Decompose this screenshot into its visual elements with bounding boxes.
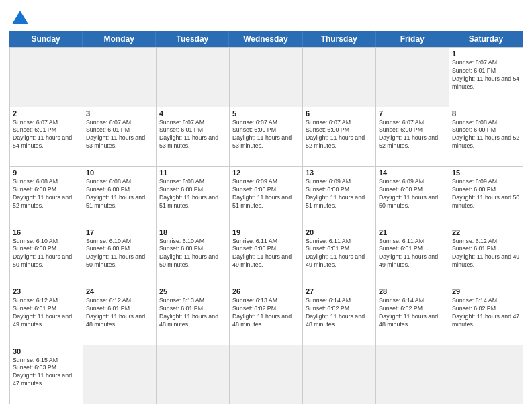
day-number: 15 [452,169,520,177]
day-number: 24 [86,287,153,295]
day-number: 9 [13,169,80,177]
cell-info: Sunrise: 6:15 AMSunset: 6:03 PMDaylight:… [13,357,80,389]
calendar-cell: 19Sunrise: 6:11 AMSunset: 6:00 PMDayligh… [230,226,303,285]
day-number: 23 [13,287,80,295]
calendar-cell: 22Sunrise: 6:12 AMSunset: 6:01 PMDayligh… [449,226,523,285]
calendar-row: 30Sunrise: 6:15 AMSunset: 6:03 PMDayligh… [10,345,523,404]
calendar-cell: 14Sunrise: 6:09 AMSunset: 6:00 PMDayligh… [376,167,449,226]
calendar-cell: 20Sunrise: 6:11 AMSunset: 6:01 PMDayligh… [303,226,376,285]
day-number: 29 [452,287,520,295]
calendar-body: 1Sunrise: 6:07 AMSunset: 6:01 PMDaylight… [9,47,523,404]
cell-info: Sunrise: 6:11 AMSunset: 6:01 PMDaylight:… [306,238,373,270]
calendar-cell: 13Sunrise: 6:09 AMSunset: 6:00 PMDayligh… [303,167,376,226]
cell-info: Sunrise: 6:13 AMSunset: 6:02 PMDaylight:… [232,297,300,329]
cell-info: Sunrise: 6:12 AMSunset: 6:01 PMDaylight:… [452,238,520,270]
calendar-cell: 2Sunrise: 6:07 AMSunset: 6:01 PMDaylight… [10,107,83,167]
cell-info: Sunrise: 6:08 AMSunset: 6:00 PMDaylight:… [452,119,520,151]
weekday-header: Monday [83,31,156,47]
cell-info: Sunrise: 6:07 AMSunset: 6:01 PMDaylight:… [13,119,80,151]
day-number: 11 [159,169,226,177]
calendar-cell: 1Sunrise: 6:07 AMSunset: 6:01 PMDaylight… [449,48,523,107]
cell-info: Sunrise: 6:13 AMSunset: 6:01 PMDaylight:… [159,297,226,329]
day-number: 2 [13,109,80,118]
weekday-header: Sunday [9,31,83,47]
day-number: 20 [306,228,373,236]
calendar-row: 2Sunrise: 6:07 AMSunset: 6:01 PMDaylight… [10,107,523,167]
cell-info: Sunrise: 6:14 AMSunset: 6:02 PMDaylight:… [452,297,520,329]
weekday-header: Tuesday [156,31,229,47]
cell-info: Sunrise: 6:10 AMSunset: 6:00 PMDaylight:… [13,238,80,270]
day-number: 4 [159,109,226,118]
cell-info: Sunrise: 6:07 AMSunset: 6:00 PMDaylight:… [379,119,446,151]
logo [9,9,30,28]
day-number: 26 [232,287,300,295]
cell-info: Sunrise: 6:11 AMSunset: 6:01 PMDaylight:… [379,238,446,270]
day-number: 19 [232,228,300,236]
weekday-header: Saturday [449,31,523,47]
cell-info: Sunrise: 6:09 AMSunset: 6:00 PMDaylight:… [232,178,300,210]
day-number: 21 [379,228,446,236]
calendar-cell: 12Sunrise: 6:09 AMSunset: 6:00 PMDayligh… [230,167,303,226]
day-number: 8 [452,109,520,118]
calendar-cell: 15Sunrise: 6:09 AMSunset: 6:00 PMDayligh… [449,167,523,226]
calendar-cell: 4Sunrise: 6:07 AMSunset: 6:01 PMDaylight… [157,107,230,167]
day-number: 5 [232,109,300,118]
calendar-cell [376,48,449,107]
cell-info: Sunrise: 6:12 AMSunset: 6:01 PMDaylight:… [13,297,80,329]
cell-info: Sunrise: 6:08 AMSunset: 6:00 PMDaylight:… [13,178,80,210]
calendar-cell: 17Sunrise: 6:10 AMSunset: 6:00 PMDayligh… [83,226,157,285]
calendar-cell: 28Sunrise: 6:14 AMSunset: 6:02 PMDayligh… [376,285,449,345]
calendar-cell [83,345,157,404]
calendar-cell [303,345,376,404]
calendar-cell: 25Sunrise: 6:13 AMSunset: 6:01 PMDayligh… [157,285,230,345]
cell-info: Sunrise: 6:14 AMSunset: 6:02 PMDaylight:… [306,297,373,329]
cell-info: Sunrise: 6:14 AMSunset: 6:02 PMDaylight:… [379,297,446,329]
day-number: 12 [232,169,300,177]
calendar-cell: 29Sunrise: 6:14 AMSunset: 6:02 PMDayligh… [449,285,523,345]
day-number: 17 [86,228,153,236]
calendar-cell: 26Sunrise: 6:13 AMSunset: 6:02 PMDayligh… [230,285,303,345]
calendar-row: 1Sunrise: 6:07 AMSunset: 6:01 PMDaylight… [10,47,523,107]
day-number: 18 [159,228,226,236]
calendar-cell: 18Sunrise: 6:10 AMSunset: 6:00 PMDayligh… [157,226,230,285]
calendar: SundayMondayTuesdayWednesdayThursdayFrid… [9,31,523,404]
cell-info: Sunrise: 6:09 AMSunset: 6:00 PMDaylight:… [452,178,520,210]
day-number: 14 [379,169,446,177]
calendar-cell [230,345,303,404]
cell-info: Sunrise: 6:07 AMSunset: 6:01 PMDaylight:… [86,119,153,151]
calendar-cell: 8Sunrise: 6:08 AMSunset: 6:00 PMDaylight… [449,107,523,167]
calendar-cell: 7Sunrise: 6:07 AMSunset: 6:00 PMDaylight… [376,107,449,167]
cell-info: Sunrise: 6:07 AMSunset: 6:01 PMDaylight:… [159,119,226,151]
calendar-cell: 16Sunrise: 6:10 AMSunset: 6:00 PMDayligh… [10,226,83,285]
day-number: 6 [306,109,373,118]
calendar-cell: 30Sunrise: 6:15 AMSunset: 6:03 PMDayligh… [10,345,83,404]
cell-info: Sunrise: 6:07 AMSunset: 6:00 PMDaylight:… [232,119,300,151]
cell-info: Sunrise: 6:12 AMSunset: 6:01 PMDaylight:… [86,297,153,329]
calendar-row: 16Sunrise: 6:10 AMSunset: 6:00 PMDayligh… [10,226,523,285]
day-number: 27 [306,287,373,295]
day-number: 22 [452,228,520,236]
calendar-cell: 24Sunrise: 6:12 AMSunset: 6:01 PMDayligh… [83,285,157,345]
cell-info: Sunrise: 6:07 AMSunset: 6:00 PMDaylight:… [306,119,373,151]
svg-marker-0 [12,11,28,24]
calendar-cell [230,48,303,107]
cell-info: Sunrise: 6:09 AMSunset: 6:00 PMDaylight:… [379,178,446,210]
calendar-page: SundayMondayTuesdayWednesdayThursdayFrid… [0,0,532,411]
calendar-cell: 21Sunrise: 6:11 AMSunset: 6:01 PMDayligh… [376,226,449,285]
calendar-cell [157,345,230,404]
calendar-cell [157,48,230,107]
cell-info: Sunrise: 6:08 AMSunset: 6:00 PMDaylight:… [86,178,153,210]
day-number: 3 [86,109,153,118]
day-number: 10 [86,169,153,177]
header [9,7,523,28]
cell-info: Sunrise: 6:10 AMSunset: 6:00 PMDaylight:… [159,238,226,270]
calendar-cell: 9Sunrise: 6:08 AMSunset: 6:00 PMDaylight… [10,167,83,226]
cell-info: Sunrise: 6:11 AMSunset: 6:00 PMDaylight:… [232,238,300,270]
cell-info: Sunrise: 6:09 AMSunset: 6:00 PMDaylight:… [306,178,373,210]
calendar-cell [303,48,376,107]
calendar-cell: 23Sunrise: 6:12 AMSunset: 6:01 PMDayligh… [10,285,83,345]
calendar-cell: 5Sunrise: 6:07 AMSunset: 6:00 PMDaylight… [230,107,303,167]
cell-info: Sunrise: 6:10 AMSunset: 6:00 PMDaylight:… [86,238,153,270]
cell-info: Sunrise: 6:07 AMSunset: 6:01 PMDaylight:… [452,59,520,91]
weekday-header: Friday [376,31,449,47]
